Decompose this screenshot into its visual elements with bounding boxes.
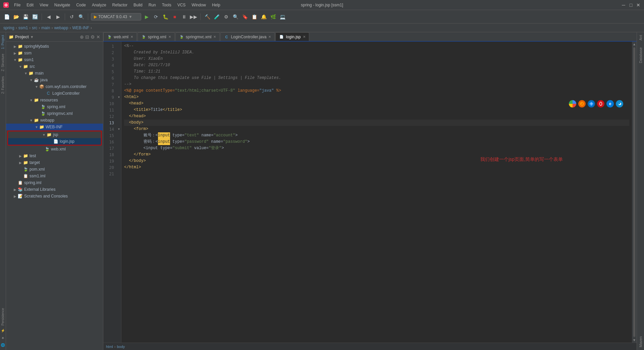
tree-item-ssm1-iml[interactable]: 📋 ssm1.iml <box>6 173 103 179</box>
sidebar-tab-favorites[interactable]: 2: Favorites <box>1 76 5 94</box>
right-sidebar-maven[interactable]: Maven <box>639 336 643 347</box>
menu-tools[interactable]: Tools <box>159 2 174 8</box>
todo-button[interactable]: 📋 <box>250 13 258 21</box>
tree-item-login-jsp[interactable]: 📄 login.jsp <box>8 138 101 145</box>
build-project-button[interactable]: 🔨 <box>203 13 211 21</box>
scrollbar-thumb[interactable] <box>633 47 635 337</box>
tree-item-controller-pkg[interactable]: ▼ 📦 com.wyf.ssm.controller <box>6 83 103 90</box>
forward-button[interactable]: ▶ <box>54 13 62 21</box>
opera-icon[interactable] <box>597 100 604 107</box>
menu-file[interactable]: File <box>11 2 23 8</box>
code-content[interactable]: <%-- Created by IntelliJ IDEA. User: Xia… <box>121 42 632 343</box>
menu-run[interactable]: Run <box>146 2 159 8</box>
tab-close-button[interactable]: ✕ <box>168 35 171 39</box>
tab-login-jsp[interactable]: 📄 login.jsp ✕ <box>275 32 309 41</box>
open-button[interactable]: 📂 <box>12 13 20 21</box>
tree-item-spring-xml[interactable]: 🍃 spring.xml <box>6 103 103 110</box>
panel-settings-button[interactable]: ⚙ <box>91 34 95 40</box>
tree-item-main[interactable]: ▼ 📁 main <box>6 70 103 77</box>
tree-item-pom-xml[interactable]: 🍃 pom.xml <box>6 166 103 173</box>
tab-close-button[interactable]: ✕ <box>268 35 271 39</box>
close-panel-button[interactable]: ✕ <box>96 34 100 40</box>
sidebar-tab-project[interactable]: 1: Project <box>1 35 5 49</box>
tab-springmvc-xml[interactable]: 🍃 springmvc.xml ✕ <box>175 32 220 41</box>
safari-icon[interactable] <box>588 100 595 107</box>
scroll-down-button[interactable]: ▼ <box>633 338 636 342</box>
tree-item-springmybatis[interactable]: ▶ 📁 springMybatis <box>6 43 103 50</box>
menu-vcs[interactable]: VCS <box>175 2 189 8</box>
fold-marker-14[interactable]: ▼ <box>117 126 121 132</box>
tree-item-springmvc-xml[interactable]: 🍃 springmvc.xml <box>6 110 103 117</box>
tree-item-java[interactable]: ▼ ☕ java <box>6 77 103 83</box>
sidebar-icon-3[interactable]: 🌐 <box>1 343 5 347</box>
menu-view[interactable]: View <box>37 2 51 8</box>
scroll-up-button[interactable]: ▲ <box>633 42 636 46</box>
sidebar-tab-persistence[interactable]: Persistence <box>1 308 5 325</box>
tab-web-xml[interactable]: 🍃 web.xml ✕ <box>103 32 137 41</box>
edge-icon[interactable] <box>616 100 623 107</box>
ie-icon[interactable]: e <box>606 100 614 107</box>
locate-file-button[interactable]: ⊕ <box>80 34 84 40</box>
fold-marker-9[interactable]: ▼ <box>117 94 121 100</box>
tree-item-webapp[interactable]: ▼ 📁 webapp <box>6 117 103 124</box>
tree-item-logincontroller[interactable]: C LoginController <box>6 90 103 97</box>
menu-help[interactable]: Help <box>209 2 223 8</box>
project-dropdown-icon[interactable]: ▼ <box>30 35 34 39</box>
menu-navigate[interactable]: Navigate <box>52 2 73 8</box>
tree-item-resources[interactable]: ▼ 📁 resources <box>6 97 103 103</box>
menu-analyze[interactable]: Analyze <box>89 2 109 8</box>
menu-refactor[interactable]: Refactor <box>110 2 130 8</box>
search-button[interactable]: 🔍 <box>231 13 239 21</box>
editor-breadcrumb-html[interactable]: html <box>106 345 113 349</box>
tree-item-web-xml[interactable]: 🍃 web.xml <box>6 146 103 152</box>
tree-item-ssm1[interactable]: ▼ 📁 ssm1 <box>6 56 103 63</box>
resume-button[interactable]: ▶▶ <box>190 13 198 21</box>
search-everywhere-button[interactable]: 🔍 <box>77 13 85 21</box>
collapse-all-button[interactable]: ⊟ <box>85 34 89 40</box>
maximize-button[interactable]: □ <box>629 3 633 7</box>
breadcrumb-spring[interactable]: spring <box>3 26 14 30</box>
stop-button[interactable]: ■ <box>171 13 179 21</box>
debug-button[interactable]: 🐛 <box>161 13 169 21</box>
tree-item-src[interactable]: ▼ 📁 src <box>6 63 103 70</box>
tab-close-button[interactable]: ✕ <box>303 35 306 39</box>
tree-item-ssm[interactable]: ▶ 📁 ssm <box>6 50 103 56</box>
close-button[interactable]: ✕ <box>636 3 641 7</box>
tree-item-jsp[interactable]: ▼ 📁 jsp <box>8 131 101 138</box>
bookmark-button[interactable]: 🔖 <box>241 13 249 21</box>
rerun-button[interactable]: ▶ <box>143 13 151 21</box>
run-tests-button[interactable]: 🧪 <box>213 13 221 21</box>
sidebar-icon-2[interactable]: ★ <box>1 336 5 340</box>
sidebar-tab-structure[interactable]: Z: Structure <box>1 54 5 71</box>
tab-logincontroller[interactable]: C LoginController.java ✕ <box>220 32 275 41</box>
tree-item-spring-iml[interactable]: 📋 spring.iml <box>6 179 103 186</box>
tab-close-button[interactable]: ✕ <box>213 35 216 39</box>
run-config-selector[interactable]: ▶ TOMCAT 9.0.43 ▼ <box>91 13 141 20</box>
sync-button[interactable]: 🔄 <box>31 13 39 21</box>
revert-button[interactable]: ↺ <box>68 13 76 21</box>
save-button[interactable]: 💾 <box>21 13 30 21</box>
notifications-button[interactable]: 🔔 <box>260 13 268 21</box>
chrome-icon[interactable] <box>569 100 576 107</box>
right-sidebar-database[interactable]: Database <box>639 47 643 63</box>
vcs-button[interactable]: 🌿 <box>269 13 277 21</box>
menu-edit[interactable]: Edit <box>24 2 36 8</box>
settings-button[interactable]: ⚙ <box>222 13 230 21</box>
back-button[interactable]: ◀ <box>45 13 53 21</box>
sidebar-icon-1[interactable]: ⚡ <box>1 329 5 333</box>
tab-close-button[interactable]: ✕ <box>130 35 133 39</box>
new-file-button[interactable]: 📄 <box>3 13 11 21</box>
terminal-icon[interactable]: 💻 <box>278 13 286 21</box>
right-sidebar-ant[interactable]: Ant <box>639 35 643 41</box>
breadcrumb-main[interactable]: main <box>41 26 50 30</box>
menu-build[interactable]: Build <box>131 2 145 8</box>
breadcrumb-webinf[interactable]: WEB-INF <box>72 26 89 30</box>
firefox-icon[interactable] <box>578 100 586 107</box>
breadcrumb-src[interactable]: src <box>32 26 37 30</box>
tree-item-scratches[interactable]: ▶ 📝 Scratches and Consoles <box>6 193 103 200</box>
tab-spring-xml[interactable]: 🍃 spring.xml ✕ <box>138 32 175 41</box>
tree-item-test[interactable]: ▶ 📁 test <box>6 152 103 159</box>
editor-breadcrumb-body[interactable]: body <box>117 345 125 349</box>
tree-item-webinf[interactable]: ▼ 📁 WEB-INF <box>6 124 103 130</box>
pause-button[interactable]: ⏸ <box>180 13 188 21</box>
